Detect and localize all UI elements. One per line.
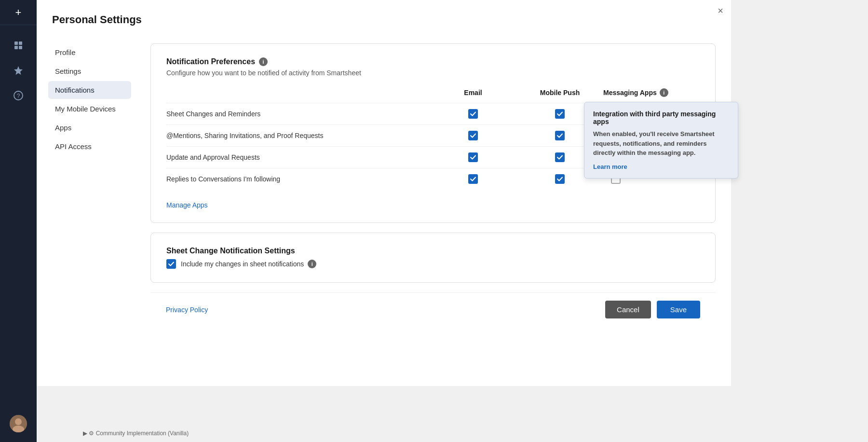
notification-info-icon[interactable]: i — [259, 57, 268, 66]
bottom-bar: ▶ ⚙ Community Implementation (Vanilla) — [73, 425, 868, 442]
notification-preferences-card: Notification Preferences i Configure how… — [150, 43, 716, 223]
checkbox-checked[interactable] — [555, 131, 565, 140]
email-check-update-approval[interactable] — [430, 152, 516, 162]
cancel-button[interactable]: Cancel — [605, 301, 651, 318]
messaging-apps-col-header: Messaging Apps i Integration with third … — [603, 88, 700, 97]
email-col-header: Email — [430, 89, 516, 97]
sheet-change-title: Sheet Change Notification Settings — [166, 247, 700, 255]
include-changes-label: Include my changes in sheet notification… — [181, 260, 316, 268]
table-header-row: Email Mobile Push Messaging Apps i Integ… — [166, 88, 700, 97]
grid-icon[interactable] — [8, 35, 29, 56]
sidebar-item-my-mobile-devices[interactable]: My Mobile Devices — [48, 100, 131, 118]
tooltip-title: Integration with third party messaging a… — [593, 110, 729, 125]
row-label-replies: Replies to Conversations I'm following — [166, 175, 430, 183]
svg-rect-3 — [19, 46, 22, 49]
main-content: × Personal Settings Profile Settings Not… — [37, 0, 868, 442]
email-check-sheet-changes[interactable] — [430, 109, 516, 119]
close-button[interactable]: × — [718, 6, 723, 15]
sheet-change-card: Sheet Change Notification Settings Inclu… — [150, 233, 716, 283]
checkbox-checked[interactable] — [468, 152, 478, 162]
email-check-mentions[interactable] — [430, 131, 516, 140]
row-label-update-approval: Update and Approval Requests — [166, 153, 430, 161]
sidebar-item-apps[interactable]: Apps — [48, 119, 131, 137]
include-changes-checkbox[interactable] — [166, 259, 176, 269]
notification-table: Email Mobile Push Messaging Apps i Integ… — [166, 88, 700, 190]
add-icon[interactable]: + — [15, 6, 22, 19]
checkbox-checked[interactable] — [555, 174, 565, 184]
checkbox-checked[interactable] — [555, 152, 565, 162]
bottom-bar-text: ▶ ⚙ Community Implementation (Vanilla) — [83, 430, 189, 437]
sheet-change-row: Include my changes in sheet notification… — [166, 259, 700, 269]
messaging-apps-tooltip: Integration with third party messaging a… — [584, 102, 738, 179]
modal-footer: Privacy Policy Cancel Save — [150, 292, 716, 326]
save-button[interactable]: Save — [657, 301, 700, 318]
email-check-replies[interactable] — [430, 174, 516, 184]
footer-buttons: Cancel Save — [605, 301, 700, 318]
svg-rect-2 — [14, 46, 18, 49]
row-label-mentions: @Mentions, Sharing Invitations, and Proo… — [166, 132, 430, 139]
sidebar-item-settings[interactable]: Settings — [48, 62, 131, 80]
sidebar-item-profile[interactable]: Profile — [48, 43, 131, 61]
row-label-sheet-changes: Sheet Changes and Reminders — [166, 110, 430, 118]
messaging-apps-info-icon[interactable]: i — [660, 88, 668, 97]
modal-body: Profile Settings Notifications My Mobile… — [37, 36, 731, 338]
sidebar-bottom — [10, 415, 27, 442]
learn-more-link[interactable]: Learn more — [593, 163, 627, 170]
manage-apps-link[interactable]: Manage Apps — [166, 201, 700, 209]
checkbox-checked[interactable] — [468, 174, 478, 184]
sidebar-item-api-access[interactable]: API Access — [48, 138, 131, 155]
tooltip-body: When enabled, you'll receive Smartsheet … — [593, 129, 729, 158]
svg-text:?: ? — [17, 93, 20, 99]
notification-subtitle: Configure how you want to be notified of… — [166, 69, 700, 77]
settings-content: Notification Preferences i Configure how… — [143, 36, 731, 338]
sidebar-icons: ? — [8, 25, 29, 415]
checkbox-checked[interactable] — [555, 109, 565, 119]
settings-nav: Profile Settings Notifications My Mobile… — [37, 36, 143, 338]
svg-point-7 — [15, 418, 22, 425]
mobile-push-col-header: Mobile Push — [516, 89, 603, 97]
sidebar: + ? — [0, 0, 37, 442]
checkbox-checked[interactable] — [468, 131, 478, 140]
page-title: Personal Settings — [37, 0, 731, 26]
sidebar-top: + — [0, 0, 37, 25]
modal: × Personal Settings Profile Settings Not… — [37, 0, 731, 386]
avatar[interactable] — [10, 415, 27, 432]
sidebar-item-notifications[interactable]: Notifications — [48, 81, 131, 99]
star-icon[interactable] — [8, 60, 29, 81]
help-icon[interactable]: ? — [8, 85, 29, 106]
checkbox-checked[interactable] — [468, 109, 478, 119]
modal-overlay: × Personal Settings Profile Settings Not… — [37, 0, 868, 442]
sheet-change-info-icon[interactable]: i — [308, 260, 316, 268]
notification-preferences-title: Notification Preferences i — [166, 57, 700, 66]
svg-rect-1 — [19, 41, 22, 45]
privacy-policy-link[interactable]: Privacy Policy — [166, 306, 208, 314]
svg-rect-0 — [14, 41, 18, 45]
